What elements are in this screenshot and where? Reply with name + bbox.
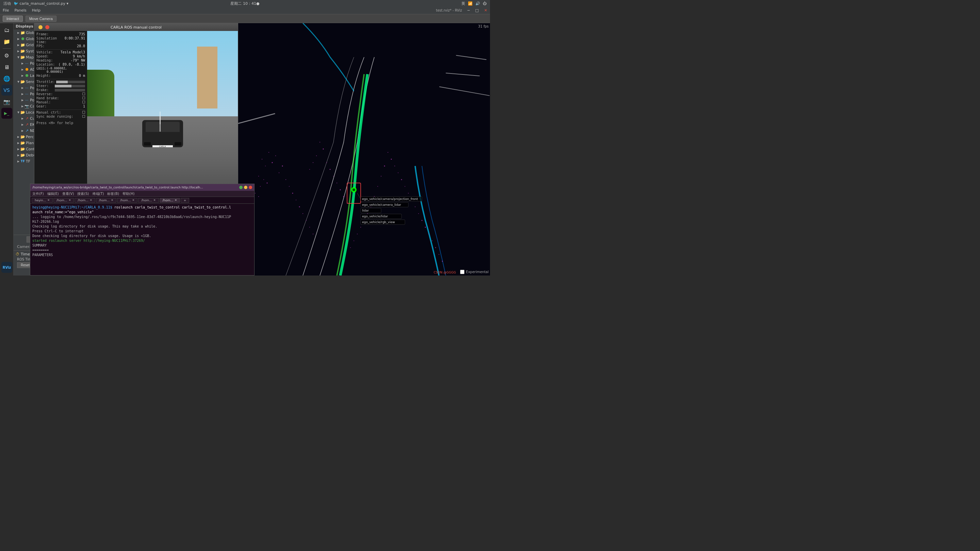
activities-label[interactable]: 活动 xyxy=(3,1,11,6)
location-value: ( 89.0, -8.1) xyxy=(59,63,85,66)
vehicle-value: Tesla Model3 xyxy=(60,50,85,54)
taskbar-icon-folder[interactable]: 📁 xyxy=(2,36,12,47)
svg-point-20 xyxy=(296,200,296,200)
taskbar-icon-vscode[interactable]: VS xyxy=(2,85,12,95)
carla-close-btn[interactable] xyxy=(45,25,49,29)
carla-info-panel: Frame: 735 Simulation time: 0:00:37.91 F… xyxy=(34,31,87,186)
svg-point-2 xyxy=(265,166,266,166)
experimental-checkbox[interactable]: Experimental xyxy=(460,270,488,274)
term-tab-7[interactable]: /hom... ✕ xyxy=(159,198,180,203)
term-tab-6[interactable]: /hom... ✕ xyxy=(138,198,159,203)
time-label: Time xyxy=(21,252,30,256)
svg-point-4 xyxy=(258,176,259,176)
height-label: Height: xyxy=(37,74,51,78)
term-menu-help[interactable]: 帮助(H) xyxy=(123,192,134,196)
menu-help[interactable]: Help xyxy=(32,8,40,13)
term-menu-view[interactable]: 查看(V) xyxy=(62,192,74,196)
rviz-3d-view[interactable]: ego_vehicle/camera/projection_front ego_… xyxy=(235,23,490,275)
manual-label: Manual: xyxy=(37,100,51,104)
term-menu-edit[interactable]: 编辑(E) xyxy=(47,192,59,196)
term-line-11: SUMMARY xyxy=(32,243,252,248)
arrow-localization: ▼ xyxy=(16,110,21,114)
steer-bar xyxy=(55,85,85,87)
win-max-btn[interactable]: □ xyxy=(475,8,479,13)
terminal-window: /home/heying/carla_ws/src/ros-bridge/car… xyxy=(30,184,255,275)
menu-file[interactable]: File xyxy=(3,8,9,13)
arrow-points-no-ground: ▶ xyxy=(21,92,24,96)
term-menu-search[interactable]: 搜索(S) xyxy=(77,192,89,196)
rviz-logo[interactable]: RViz xyxy=(2,262,12,273)
term-tab-2[interactable]: /hom... ✕ xyxy=(53,198,74,203)
svg-point-17 xyxy=(292,193,293,194)
term-tab-3[interactable]: /hom... ✕ xyxy=(75,198,95,203)
win-close-btn[interactable]: ✕ xyxy=(484,8,487,13)
taskbar-icon-camera[interactable]: 📷 xyxy=(2,96,12,107)
terminal-titlebar[interactable]: /home/heying/carla_ws/src/ros-bridge/car… xyxy=(30,184,254,191)
svg-point-43 xyxy=(367,213,368,214)
svg-point-15 xyxy=(285,179,286,180)
tf-icon: TF xyxy=(21,159,25,164)
term-line-7: Done checking log directory for disk usa… xyxy=(32,233,252,238)
carla-titlebar[interactable]: CARLA ROS manual control xyxy=(34,24,238,31)
svg-point-67 xyxy=(343,196,344,197)
svg-text:ego_vehicle/camera/projection_: ego_vehicle/camera/projection_front xyxy=(362,197,418,201)
fps-label: FPS: xyxy=(37,44,45,48)
menu-panels[interactable]: Panels xyxy=(14,8,26,13)
arrow-points-map: ▶ xyxy=(21,61,24,65)
speed-label: Speed: xyxy=(37,54,49,58)
topbar-datetime: 星期二 10：41● xyxy=(231,1,259,6)
taskbar-icon-settings[interactable]: ⚙ xyxy=(2,50,12,61)
dots-icon-points-map: ⋯ xyxy=(24,61,29,66)
folder-icon-sensing: 📂 xyxy=(21,79,25,84)
dots-icon-points-raw: ⋯ xyxy=(24,86,29,90)
lang-indicator[interactable]: 英 xyxy=(461,1,465,6)
svg-point-26 xyxy=(309,227,310,227)
term-tab-1[interactable]: heyin... ✕ xyxy=(32,198,53,203)
taskbar-icon-browser[interactable]: 🌐 xyxy=(2,73,12,84)
svg-point-48 xyxy=(425,227,426,228)
gnss-value: (-0.000082, 0.000001) xyxy=(47,67,85,73)
interact-button[interactable]: Interact xyxy=(3,16,23,22)
fps-counter: 31 fps xyxy=(478,24,488,28)
camera-icon: 📷 xyxy=(24,104,29,108)
topbar-right: 英 📶 🔊 ⏻ xyxy=(461,1,487,6)
svg-point-38 xyxy=(377,186,378,187)
terminal-content[interactable]: heying@heying-NUC11PHi7:~/CARLA_0.9.11$ … xyxy=(30,204,254,275)
svg-point-33 xyxy=(401,179,402,180)
sync-mode-label: Sync mode running: xyxy=(37,114,73,118)
arrow-map: ▼ xyxy=(16,55,21,59)
arrow-current-pose: ▶ xyxy=(21,116,24,121)
term-menu-file[interactable]: 文件(F) xyxy=(32,192,44,196)
taskbar-icon-terminal[interactable]: ▶_ xyxy=(2,108,12,119)
carla-min-btn[interactable] xyxy=(38,25,43,29)
move-camera-button[interactable]: Move Camera xyxy=(25,16,56,22)
arrow-global-status: ▶ xyxy=(16,37,21,41)
toolbar: Interact Move Camera xyxy=(0,14,490,23)
term-new-tab-btn[interactable]: + xyxy=(181,198,189,203)
term-line-9: started roslaunch server http://heying-N… xyxy=(32,238,252,243)
folder-icon-system: 📂 xyxy=(21,49,25,53)
taskbar-icon-files[interactable]: 🗂 xyxy=(2,24,12,35)
throttle-bar xyxy=(56,81,85,83)
svg-point-58 xyxy=(323,149,324,150)
terminal-min-btn[interactable] xyxy=(239,186,243,189)
term-menu-tabs[interactable]: 标签(B) xyxy=(107,192,119,196)
win-min-btn[interactable]: ─ xyxy=(468,8,470,13)
terminal-max-btn[interactable] xyxy=(244,186,247,189)
building xyxy=(197,47,218,108)
experimental-input[interactable] xyxy=(460,270,465,274)
term-line-3: ... logging to /home/heying/.ros/log/cf9… xyxy=(32,214,252,219)
svg-point-44 xyxy=(418,213,419,214)
svg-point-51 xyxy=(432,240,433,241)
taskbar-icon-monitor[interactable]: 🖥 xyxy=(2,62,12,73)
svg-point-60 xyxy=(326,162,327,163)
terminal-close-btn[interactable] xyxy=(249,186,252,189)
reverse-checkbox xyxy=(82,92,85,96)
svg-point-13 xyxy=(258,196,259,197)
term-tab-5[interactable]: /hom... ✕ xyxy=(117,198,137,203)
heading-value: -79° NW xyxy=(71,59,85,62)
topbar-left: 活动 🐦 carla_manual_control.py ▾ xyxy=(3,1,68,6)
help-text: Press <H> for help xyxy=(37,121,85,125)
term-menu-terminal[interactable]: 终端(T) xyxy=(92,192,104,196)
term-tab-4[interactable]: /hom... ✕ xyxy=(96,198,116,203)
